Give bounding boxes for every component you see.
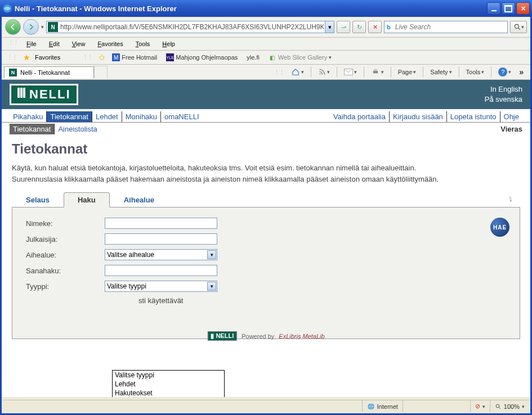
select-tyyppi[interactable]: Valitse tyyppi ▾ [105,281,217,292]
label-julkaisija: Julkaisija: [26,235,105,243]
label-sanahaku: Sanahaku: [26,267,105,275]
nelli-logo[interactable]: NELLI [10,84,78,105]
menu-help[interactable]: Help [157,39,181,49]
address-dropdown-icon[interactable]: ▾ [325,21,334,33]
more-chevron-icon[interactable]: » [519,67,524,76]
input-nimeke[interactable] [105,218,217,229]
link-yle[interactable]: yle.fi [244,53,262,62]
close-button[interactable] [516,2,530,15]
guest-label: Vieras [500,125,522,133]
window-title: Nelli - Tietokannat - Windows Internet E… [15,4,487,13]
link-free-hotmail[interactable]: MFree Hotmail [110,52,159,62]
lang-swedish-link[interactable]: På svenska [485,94,522,105]
site-header: NELLI In English På svenska [2,80,530,109]
browser-search-input[interactable] [393,23,507,31]
search-go-button[interactable]: ▾ [510,21,527,33]
search-tabs: Selaus Haku Aihealue ⤵ [12,192,520,208]
hint-text-partial: sti käytettävät [138,296,506,305]
maximize-button[interactable] [502,2,515,15]
nav-tietokannat[interactable]: Tietokannat [47,111,92,122]
chevron-down-icon: ▾ [207,250,216,259]
subnav-tietokannat[interactable]: Tietokannat [10,124,55,134]
status-zoom[interactable]: 100% ▾ [490,400,529,412]
hae-button[interactable]: HAE [490,218,509,237]
nelli-mini-logo: ▮ NELLI [207,331,237,341]
nav-ohje[interactable]: Ohje [500,111,522,122]
compat-view-button[interactable]: ⤻ [337,21,350,33]
svg-rect-7 [20,88,23,98]
toolbar-grip[interactable]: ⋮⋮ [7,54,17,61]
stop-button[interactable]: ✕ [368,21,382,33]
toolbar-grip[interactable]: ⋮⋮ [82,54,92,61]
toolbar-grip[interactable]: ⋮⋮ [274,69,284,76]
mail-button[interactable]: ▾ [342,67,359,76]
svg-point-1 [515,24,518,28]
search-bar[interactable]: b [384,21,508,33]
search-form: HAE Nimeke: Julkaisija: Aihealue: Valits… [12,208,520,339]
label-nimeke: Nimeke: [26,219,105,228]
tab-haku[interactable]: Haku [64,192,110,208]
nav-vaihda-portaalia[interactable]: Vaihda portaalia [330,111,390,122]
add-favorite-icon[interactable]: ✩ [99,53,105,62]
label-tyyppi: Tyyppi: [26,282,105,291]
dropdown-option[interactable]: Hakuteokset [113,389,224,397]
print-button[interactable]: ▾ [369,67,386,77]
svg-rect-6 [17,88,20,98]
safety-menu[interactable]: Safety ▾ [428,67,454,76]
menu-tools[interactable]: Tools [130,39,156,49]
subnav-aineistolista[interactable]: Aineistolista [55,124,100,134]
metalib-text: ExLibris MetaLib [279,333,324,340]
intro-text: Käytä, kun haluat etsiä tietokantoja, ki… [12,163,440,184]
new-tab-button[interactable] [94,66,108,78]
menu-edit[interactable]: Edit [43,39,65,49]
input-julkaisija[interactable] [105,233,217,245]
history-dropdown-icon[interactable]: ▾ [41,24,44,30]
lang-english-link[interactable]: In English [485,84,522,94]
tyyppi-dropdown-list[interactable]: Valitse tyyppiLehdetHakuteokseteKirjatKi… [112,370,225,397]
nav-lehdet[interactable]: Lehdet [92,111,122,122]
nav-kirjaudu[interactable]: Kirjaudu sisään [390,111,447,122]
dropdown-option[interactable]: Valitse tyyppi [113,371,224,380]
menu-favorites[interactable]: Favorites [92,39,128,49]
status-zone[interactable]: Internet [362,400,403,412]
input-sanahaku[interactable] [105,265,217,276]
back-button[interactable] [5,19,21,35]
favorites-bar: ⋮⋮ ★ Favorites ⋮⋮ ✩ MFree Hotmail YLEMah… [2,51,530,65]
address-bar[interactable]: N ▾ [46,21,334,33]
menu-file[interactable]: File [21,39,42,49]
tab-aihealue[interactable]: Aihealue [110,192,168,207]
nav-monihaku[interactable]: Monihaku [122,111,161,122]
status-protected-mode [403,400,470,412]
link-mahjong[interactable]: YLEMahjong Ohjelmaopas [164,52,240,62]
link-webslice[interactable]: ◧Web Slice Gallery ▾ [266,52,334,62]
dropdown-option[interactable]: Lehdet [113,380,224,389]
toolbar-grip[interactable]: ⋮⋮ [8,39,18,49]
site-favicon: N [48,22,58,32]
page-menu[interactable]: Page ▾ [396,67,419,76]
select-aihealue[interactable]: Valitse aihealue ▾ [105,249,217,260]
page-content: NELLI In English På svenska Pikahaku Tie… [2,80,530,397]
refresh-button[interactable]: ↻ [352,21,366,33]
secondary-nav: Tietokannat Aineistolista Vieras [2,123,530,136]
nav-pikahaku[interactable]: Pikahaku [10,111,47,122]
status-restricted-icon[interactable]: ⊘▾ [470,400,490,412]
url-input[interactable] [59,23,325,31]
nav-lopeta[interactable]: Lopeta istunto [447,111,500,122]
tools-menu[interactable]: Tools ▾ [464,67,487,76]
svg-point-2 [319,73,320,74]
favorites-star-icon[interactable]: ★ [23,53,30,62]
feeds-button[interactable]: ▾ [316,67,332,77]
favorites-label[interactable]: Favorites [35,54,60,61]
help-button[interactable]: ?▾ [496,66,513,78]
nav-omanelli[interactable]: omaNELLI [161,111,202,122]
primary-nav: Pikahaku Tietokannat Lehdet Monihaku oma… [2,109,530,123]
forward-button[interactable] [23,19,39,35]
tab-selaus[interactable]: Selaus [12,192,64,207]
minimize-button[interactable] [487,2,500,15]
status-bar: Internet ⊘▾ 100% ▾ [3,400,529,412]
page-title: Tietokannat [12,141,520,157]
home-button[interactable]: ▾ [289,67,306,77]
powered-by-text: Powered by [242,333,274,340]
browser-tab[interactable]: N Nelli - Tietokannat [4,66,94,78]
menu-view[interactable]: View [66,39,91,49]
